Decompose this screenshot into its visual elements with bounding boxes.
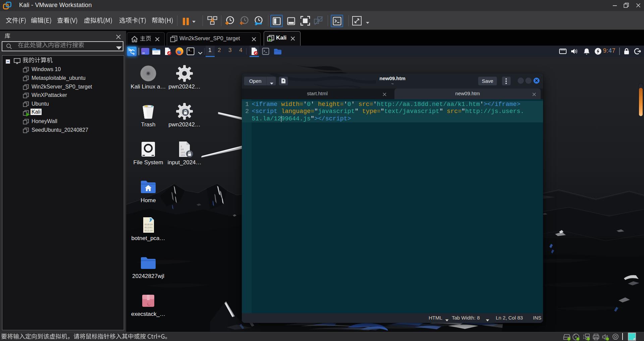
svg-text:10: 10: [180, 148, 184, 151]
svg-text:01010: 01010: [145, 223, 153, 226]
svg-text:01101: 01101: [145, 226, 153, 229]
svg-text:01110: 01110: [145, 229, 153, 232]
svg-text:$_: $_: [188, 49, 192, 52]
svg-text:101: 101: [180, 154, 185, 157]
svg-text:1: 1: [180, 145, 182, 148]
